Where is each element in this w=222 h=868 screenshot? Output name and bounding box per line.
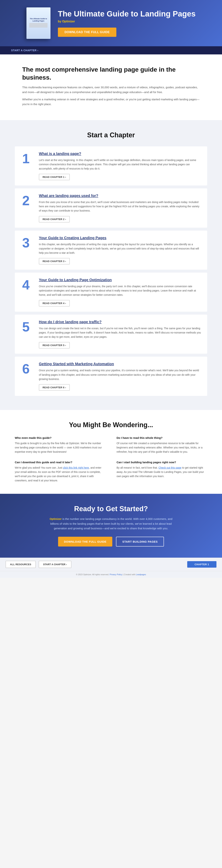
intro-para2: Whether you're a marketing veteran in ne… [22, 97, 200, 106]
cta-build-button[interactable]: START BUILDING PAGES [116, 537, 164, 547]
chapter-row: 1 What is a landing page? Let's start at… [15, 146, 207, 185]
chapter-number-5: 5 [15, 315, 37, 339]
chapter1-button[interactable]: CHAPTER 1 [187, 561, 217, 568]
footer: © 2023 Optinizer. All rights reserved. P… [0, 571, 222, 578]
read-chapter-4-button[interactable]: READ CHAPTER 4 › [39, 300, 70, 307]
chapter-title-3[interactable]: Your Guide to Creating Landing Pages [39, 236, 202, 240]
hero-text-block: The Ultimate Guide to Landing Pages by O… [58, 9, 195, 37]
chapter-content-6: Getting Started with Marketing Automatio… [37, 356, 207, 396]
faq-grid: Who even made this guide? This guide is … [15, 436, 207, 483]
chapter-number-1: 1 [15, 146, 37, 171]
faq-question-3: Can I download this guide and read it la… [15, 461, 105, 464]
chapter-row: 2 What are landing pages used for? From … [15, 188, 207, 227]
book-cover: The Ultimate Guide to Landing Pages [27, 7, 51, 39]
chapter-row: 4 Your Guide to Landing Page Optimizatio… [15, 273, 207, 312]
hero-section: The Ultimate Guide to Landing Pages The … [0, 0, 222, 46]
faq-section: You Might Be Wondering... Who even made … [0, 410, 222, 494]
faq-answer-2: Of course not! We created a comprehensiv… [117, 441, 207, 454]
faq-question-2: Do I have to read this whole thing? [117, 436, 207, 439]
cta-desc-text: is the number one landing page consultan… [50, 517, 172, 530]
cta-brand: Optinizer [50, 517, 62, 521]
chapter-desc-4: Once you've created the landing page of … [39, 284, 202, 297]
faq-answer-1: This guide is brought to you by the fine… [15, 441, 105, 454]
hero-title: The Ultimate Guide to Landing Pages [58, 9, 195, 18]
cta-buttons: DOWNLOAD THE FULL GUIDE START BUILDING P… [15, 537, 207, 547]
footer-created: | Created with [123, 574, 135, 576]
chapter-content-3: Your Guide to Creating Landing Pages In … [37, 230, 207, 270]
faq-heading: You Might Be Wondering... [15, 421, 207, 429]
build-pages-link[interactable]: Check out this page [159, 466, 182, 469]
read-chapter-3-button[interactable]: READ CHAPTER 3 › [39, 258, 70, 265]
cta-description: Optinizer is the number one landing page… [46, 517, 176, 531]
chapter-title-5[interactable]: How do I drive landing page traffic? [39, 320, 202, 324]
bottom-nav-left: ALL RESOURCES START A CHAPTER › [5, 561, 71, 568]
faq-item-3: Can I download this guide and read it la… [15, 461, 105, 483]
chapter-desc-6: Once you've got a system working, and le… [39, 368, 202, 381]
cta-heading: Ready to Get Started? [15, 505, 207, 513]
cta-download-button[interactable]: DOWNLOAD THE FULL GUIDE [58, 537, 113, 547]
chapter-content-1: What is a landing page? Let's start at t… [37, 146, 207, 185]
chapter-content-4: Your Guide to Landing Page Optimization … [37, 273, 207, 312]
chapter-desc-5: You can design and create the best net i… [39, 326, 202, 339]
chapter-title-6[interactable]: Getting Started with Marketing Automatio… [39, 362, 202, 366]
chapter-content-5: How do I drive landing page traffic? You… [37, 315, 207, 354]
start-chapter-nav-link[interactable]: START A CHAPTER › [11, 49, 38, 52]
chapter-row: 3 Your Guide to Creating Landing Pages I… [15, 230, 207, 270]
faq-item-4: Can I start building landing pages right… [117, 461, 207, 483]
navigation-bar: START A CHAPTER › [0, 46, 222, 54]
hero-download-button[interactable]: DOWNLOAD THE FULL GUIDE [58, 28, 116, 37]
all-resources-button[interactable]: ALL RESOURCES [5, 561, 36, 568]
chapter-desc-2: From the uses you know of to some that y… [39, 200, 202, 213]
chapter-title-4[interactable]: Your Guide to Landing Page Optimization [39, 278, 202, 282]
chapter-desc-1: Let's start at the very beginning. In th… [39, 158, 202, 171]
chapter-content-2: What are landing pages used for? From th… [37, 188, 207, 227]
chapter-number-3: 3 [15, 230, 37, 255]
faq-question-4: Can I start building landing pages right… [117, 461, 207, 464]
read-chapter-2-button[interactable]: READ CHAPTER 2 › [39, 216, 70, 222]
intro-heading: The most comprehensive landing page guid… [22, 65, 200, 81]
book-title: The Ultimate Guide to Landing Pages [28, 18, 49, 22]
chapter-number-6: 6 [15, 356, 37, 381]
chapters-section: Start a Chapter 1 What is a landing page… [0, 120, 222, 410]
chapter-row: 5 How do I drive landing page traffic? Y… [15, 315, 207, 354]
faq-item-2: Do I have to read this whole thing? Of c… [117, 436, 207, 454]
intro-para1: This multimedia learning experience feat… [22, 85, 200, 94]
intro-section: The most comprehensive landing page guid… [0, 54, 222, 120]
read-chapter-5-button[interactable]: READ CHAPTER 5 › [39, 342, 70, 348]
read-chapter-6-button[interactable]: READ CHAPTER 6 › [39, 384, 70, 391]
start-chapter-button[interactable]: START A CHAPTER › [39, 561, 71, 568]
footer-privacy-link[interactable]: Privacy Policy [110, 574, 122, 576]
cta-section: Ready to Get Started? Optinizer is the n… [0, 494, 222, 558]
chapters-heading: Start a Chapter [15, 131, 207, 139]
faq-item-1: Who even made this guide? This guide is … [15, 436, 105, 454]
chapter-number-2: 2 [15, 188, 37, 213]
footer-leadpages-link[interactable]: Leadpages [136, 574, 146, 576]
faq-answer-4: By all means! In fact, we'd love that. C… [117, 466, 207, 478]
chapter-desc-3: In this chapter, we demystify the proces… [39, 242, 202, 255]
faq-answer-3: We're glad you asked! You sure can. Just… [15, 466, 105, 483]
download-link[interactable]: click this link right here [63, 466, 89, 469]
chapter-title-1[interactable]: What is a landing page? [39, 152, 202, 156]
hero-byline: by Optinizer [58, 20, 195, 23]
bottom-navigation: ALL RESOURCES START A CHAPTER › CHAPTER … [0, 558, 222, 571]
footer-copyright: © 2023 Optinizer. All rights reserved. [76, 574, 109, 576]
read-chapter-1-button[interactable]: READ CHAPTER 1 › [39, 174, 70, 180]
chapter-title-2[interactable]: What are landing pages used for? [39, 194, 202, 198]
chapter-number-4: 4 [15, 273, 37, 297]
chapter-row: 6 Getting Started with Marketing Automat… [15, 356, 207, 396]
faq-question-1: Who even made this guide? [15, 436, 105, 439]
